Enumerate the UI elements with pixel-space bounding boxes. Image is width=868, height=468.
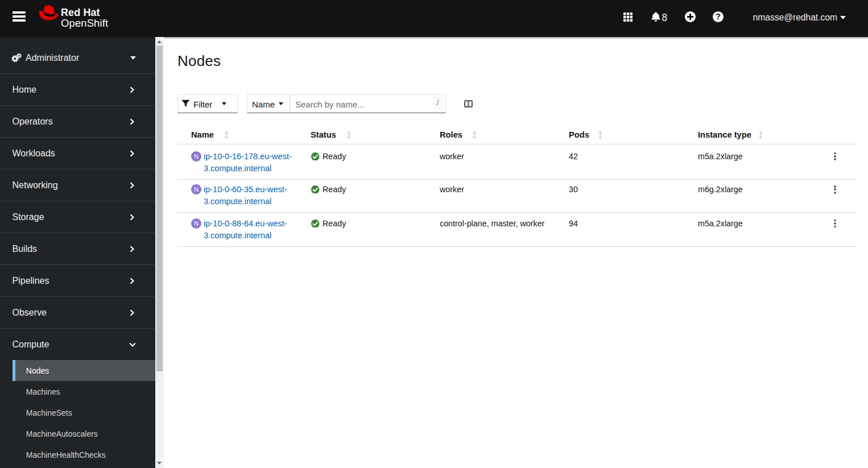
svg-text:?: ?	[716, 12, 721, 21]
